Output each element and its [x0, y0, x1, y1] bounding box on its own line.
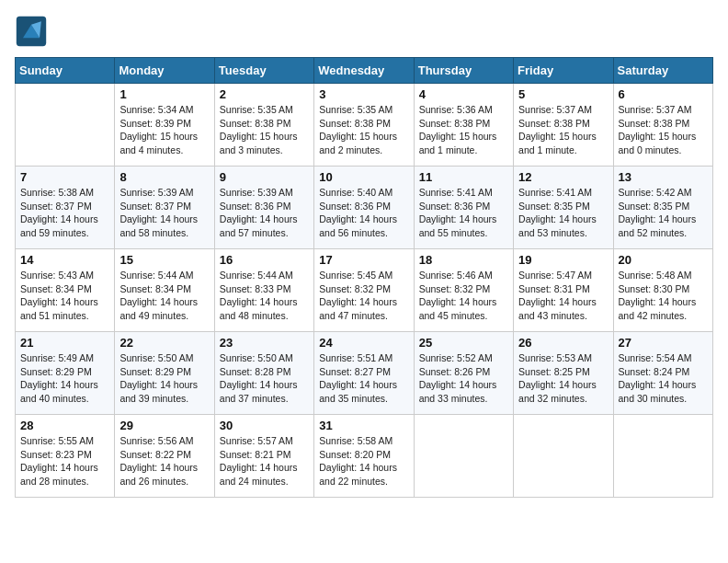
day-number: 29 — [119, 419, 209, 432]
day-number: 27 — [619, 336, 708, 350]
day-number: 23 — [220, 336, 309, 350]
header-tuesday: Tuesday — [214, 58, 313, 84]
day-info: Sunrise: 5:43 AM Sunset: 8:34 PM Dayligh… — [20, 269, 109, 323]
header-saturday: Saturday — [613, 58, 712, 84]
day-number: 9 — [220, 170, 309, 184]
day-number: 24 — [319, 336, 408, 350]
day-number: 11 — [419, 170, 508, 184]
calendar-cell: 12Sunrise: 5:41 AM Sunset: 8:35 PM Dayli… — [514, 167, 613, 249]
calendar-cell: 20Sunrise: 5:48 AM Sunset: 8:30 PM Dayli… — [613, 249, 712, 332]
calendar-cell: 3Sunrise: 5:35 AM Sunset: 8:38 PM Daylig… — [314, 84, 414, 167]
calendar-cell: 23Sunrise: 5:50 AM Sunset: 8:28 PM Dayli… — [214, 332, 313, 415]
day-info: Sunrise: 5:52 AM Sunset: 8:26 PM Dayligh… — [419, 351, 508, 406]
calendar-cell: 30Sunrise: 5:57 AM Sunset: 8:21 PM Dayli… — [214, 415, 313, 498]
day-number: 14 — [20, 253, 109, 267]
calendar-cell: 11Sunrise: 5:41 AM Sunset: 8:36 PM Dayli… — [414, 167, 513, 249]
day-number: 18 — [419, 253, 508, 267]
day-info: Sunrise: 5:34 AM Sunset: 8:39 PM Dayligh… — [119, 103, 209, 157]
day-number: 13 — [619, 170, 708, 184]
day-info: Sunrise: 5:49 AM Sunset: 8:29 PM Dayligh… — [20, 351, 109, 406]
day-info: Sunrise: 5:50 AM Sunset: 8:28 PM Dayligh… — [220, 351, 309, 406]
day-info: Sunrise: 5:40 AM Sunset: 8:36 PM Dayligh… — [319, 186, 408, 240]
day-number: 1 — [119, 87, 209, 101]
week-row-5: 28Sunrise: 5:55 AM Sunset: 8:23 PM Dayli… — [16, 415, 713, 498]
day-number: 21 — [20, 336, 109, 350]
calendar-cell — [613, 415, 712, 498]
week-row-2: 7Sunrise: 5:38 AM Sunset: 8:37 PM Daylig… — [16, 167, 713, 249]
day-info: Sunrise: 5:51 AM Sunset: 8:27 PM Dayligh… — [319, 351, 408, 406]
day-info: Sunrise: 5:42 AM Sunset: 8:35 PM Dayligh… — [619, 186, 708, 240]
day-info: Sunrise: 5:37 AM Sunset: 8:38 PM Dayligh… — [619, 103, 708, 157]
calendar-cell: 6Sunrise: 5:37 AM Sunset: 8:38 PM Daylig… — [613, 84, 712, 167]
day-number: 28 — [20, 419, 109, 432]
header-friday: Friday — [514, 58, 613, 84]
day-info: Sunrise: 5:54 AM Sunset: 8:24 PM Dayligh… — [619, 351, 708, 406]
day-info: Sunrise: 5:45 AM Sunset: 8:32 PM Dayligh… — [319, 269, 408, 323]
week-row-1: 1Sunrise: 5:34 AM Sunset: 8:39 PM Daylig… — [16, 84, 713, 167]
day-info: Sunrise: 5:55 AM Sunset: 8:23 PM Dayligh… — [20, 434, 109, 488]
day-info: Sunrise: 5:56 AM Sunset: 8:22 PM Dayligh… — [119, 434, 209, 488]
logo — [15, 15, 51, 48]
day-info: Sunrise: 5:44 AM Sunset: 8:33 PM Dayligh… — [220, 269, 309, 323]
day-number: 25 — [419, 336, 508, 350]
calendar-cell: 9Sunrise: 5:39 AM Sunset: 8:36 PM Daylig… — [214, 167, 313, 249]
day-info: Sunrise: 5:39 AM Sunset: 8:37 PM Dayligh… — [119, 186, 209, 240]
day-info: Sunrise: 5:58 AM Sunset: 8:20 PM Dayligh… — [319, 434, 408, 488]
day-number: 2 — [220, 87, 309, 101]
day-number: 22 — [119, 336, 209, 350]
day-info: Sunrise: 5:47 AM Sunset: 8:31 PM Dayligh… — [518, 269, 608, 323]
day-info: Sunrise: 5:50 AM Sunset: 8:29 PM Dayligh… — [119, 351, 209, 406]
day-info: Sunrise: 5:35 AM Sunset: 8:38 PM Dayligh… — [220, 103, 309, 157]
calendar-cell: 25Sunrise: 5:52 AM Sunset: 8:26 PM Dayli… — [414, 332, 513, 415]
day-number: 19 — [518, 253, 608, 267]
calendar-cell: 8Sunrise: 5:39 AM Sunset: 8:37 PM Daylig… — [115, 167, 214, 249]
calendar-cell — [414, 415, 513, 498]
day-number: 10 — [319, 170, 408, 184]
day-info: Sunrise: 5:57 AM Sunset: 8:21 PM Dayligh… — [220, 434, 309, 488]
calendar-cell — [16, 84, 115, 167]
day-number: 17 — [319, 253, 408, 267]
day-number: 4 — [419, 87, 508, 101]
calendar-cell: 19Sunrise: 5:47 AM Sunset: 8:31 PM Dayli… — [514, 249, 613, 332]
day-number: 15 — [119, 253, 209, 267]
calendar-cell: 31Sunrise: 5:58 AM Sunset: 8:20 PM Dayli… — [314, 415, 414, 498]
calendar-cell: 26Sunrise: 5:53 AM Sunset: 8:25 PM Dayli… — [514, 332, 613, 415]
calendar-header-row: SundayMondayTuesdayWednesdayThursdayFrid… — [16, 58, 713, 84]
day-info: Sunrise: 5:35 AM Sunset: 8:38 PM Dayligh… — [319, 103, 408, 157]
day-number: 31 — [319, 419, 408, 432]
logo-icon — [15, 15, 48, 48]
calendar-cell: 27Sunrise: 5:54 AM Sunset: 8:24 PM Dayli… — [613, 332, 712, 415]
calendar-cell: 13Sunrise: 5:42 AM Sunset: 8:35 PM Dayli… — [613, 167, 712, 249]
header-monday: Monday — [115, 58, 214, 84]
day-number: 6 — [619, 87, 708, 101]
day-info: Sunrise: 5:53 AM Sunset: 8:25 PM Dayligh… — [518, 351, 608, 406]
day-number: 16 — [220, 253, 309, 267]
calendar-cell: 17Sunrise: 5:45 AM Sunset: 8:32 PM Dayli… — [314, 249, 414, 332]
calendar-cell: 24Sunrise: 5:51 AM Sunset: 8:27 PM Dayli… — [314, 332, 414, 415]
header-sunday: Sunday — [16, 58, 115, 84]
calendar-cell: 22Sunrise: 5:50 AM Sunset: 8:29 PM Dayli… — [115, 332, 214, 415]
day-number: 5 — [518, 87, 608, 101]
calendar-cell: 7Sunrise: 5:38 AM Sunset: 8:37 PM Daylig… — [16, 167, 115, 249]
day-info: Sunrise: 5:38 AM Sunset: 8:37 PM Dayligh… — [20, 186, 109, 240]
day-info: Sunrise: 5:41 AM Sunset: 8:36 PM Dayligh… — [419, 186, 508, 240]
day-number: 26 — [518, 336, 608, 350]
calendar-cell: 1Sunrise: 5:34 AM Sunset: 8:39 PM Daylig… — [115, 84, 214, 167]
calendar-cell: 14Sunrise: 5:43 AM Sunset: 8:34 PM Dayli… — [16, 249, 115, 332]
week-row-4: 21Sunrise: 5:49 AM Sunset: 8:29 PM Dayli… — [16, 332, 713, 415]
day-info: Sunrise: 5:48 AM Sunset: 8:30 PM Dayligh… — [619, 269, 708, 323]
calendar-cell — [514, 415, 613, 498]
header-wednesday: Wednesday — [314, 58, 414, 84]
calendar-table: SundayMondayTuesdayWednesdayThursdayFrid… — [15, 57, 713, 498]
header-thursday: Thursday — [414, 58, 513, 84]
day-info: Sunrise: 5:37 AM Sunset: 8:38 PM Dayligh… — [518, 103, 608, 157]
calendar-cell: 4Sunrise: 5:36 AM Sunset: 8:38 PM Daylig… — [414, 84, 513, 167]
week-row-3: 14Sunrise: 5:43 AM Sunset: 8:34 PM Dayli… — [16, 249, 713, 332]
day-number: 3 — [319, 87, 408, 101]
day-number: 8 — [119, 170, 209, 184]
calendar-cell: 5Sunrise: 5:37 AM Sunset: 8:38 PM Daylig… — [514, 84, 613, 167]
calendar-cell: 18Sunrise: 5:46 AM Sunset: 8:32 PM Dayli… — [414, 249, 513, 332]
day-info: Sunrise: 5:39 AM Sunset: 8:36 PM Dayligh… — [220, 186, 309, 240]
calendar-cell: 2Sunrise: 5:35 AM Sunset: 8:38 PM Daylig… — [214, 84, 313, 167]
day-info: Sunrise: 5:46 AM Sunset: 8:32 PM Dayligh… — [419, 269, 508, 323]
